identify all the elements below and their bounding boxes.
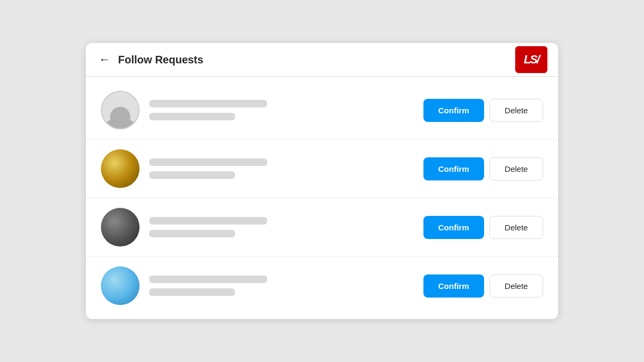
user-info <box>149 158 414 179</box>
request-item: Confirm Delete <box>86 257 558 315</box>
user-info <box>149 276 414 296</box>
delete-button[interactable]: Delete <box>489 99 543 122</box>
avatar <box>101 149 140 188</box>
user-info <box>149 217 414 237</box>
action-buttons: Confirm Delete <box>423 216 544 239</box>
confirm-button[interactable]: Confirm <box>423 216 485 239</box>
username-placeholder <box>149 158 267 166</box>
avatar <box>101 266 140 305</box>
delete-button[interactable]: Delete <box>489 274 543 298</box>
logo-text: LS/ <box>524 53 539 67</box>
subtitle-placeholder <box>149 113 235 120</box>
subtitle-placeholder <box>149 171 235 179</box>
username-placeholder <box>149 217 267 225</box>
logo-badge: LS/ <box>515 46 547 73</box>
subtitle-placeholder <box>149 288 235 296</box>
action-buttons: Confirm Delete <box>423 99 544 122</box>
user-silhouette-icon <box>110 107 130 127</box>
action-buttons: Confirm Delete <box>423 274 544 298</box>
request-item: Confirm Delete <box>86 198 558 257</box>
username-placeholder <box>149 100 267 107</box>
username-placeholder <box>149 276 267 283</box>
follow-requests-card: ← Follow Requests LS/ Confirm Delete <box>86 43 558 319</box>
header: ← Follow Requests LS/ <box>86 43 558 77</box>
subtitle-placeholder <box>149 230 235 237</box>
delete-button[interactable]: Delete <box>489 157 543 180</box>
back-button[interactable]: ← <box>99 53 111 67</box>
action-buttons: Confirm Delete <box>423 157 544 180</box>
confirm-button[interactable]: Confirm <box>423 157 485 180</box>
avatar <box>101 91 140 129</box>
request-item: Confirm Delete <box>86 140 558 198</box>
page-title: Follow Requests <box>118 54 203 66</box>
avatar <box>101 208 140 247</box>
requests-list: Confirm Delete Confirm Delete <box>86 77 558 319</box>
request-item: Confirm Delete <box>86 81 558 140</box>
confirm-button[interactable]: Confirm <box>423 99 485 122</box>
user-info <box>149 100 414 120</box>
delete-button[interactable]: Delete <box>489 216 543 239</box>
confirm-button[interactable]: Confirm <box>423 274 485 298</box>
